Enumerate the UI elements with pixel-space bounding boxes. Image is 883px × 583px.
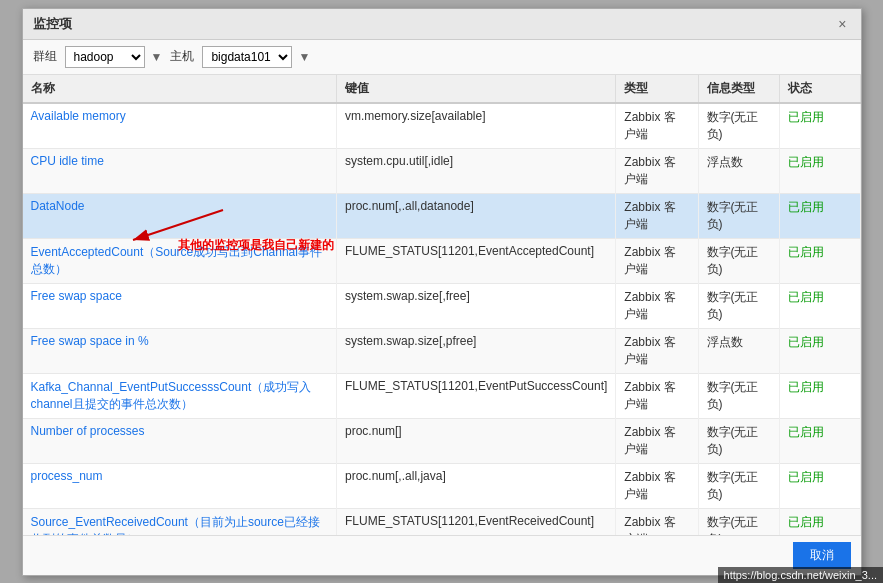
table-row[interactable]: DataNodeproc.num[,.all,datanode]Zabbix 客… [23, 193, 861, 238]
modal-header: 监控项 × [23, 9, 861, 40]
cell-status: 已启用 [779, 418, 860, 463]
cell-name: Free swap space in % [23, 328, 337, 373]
cell-status: 已启用 [779, 328, 860, 373]
cell-type: Zabbix 客户端 [616, 238, 698, 283]
item-name-link[interactable]: DataNode [31, 199, 85, 213]
cell-key: proc.num[,.all,java] [337, 463, 616, 508]
table-row[interactable]: Kafka_Channal_EventPutSuccesssCount（成功写入… [23, 373, 861, 418]
cell-key: system.swap.size[,free] [337, 283, 616, 328]
cell-name: Free swap space [23, 283, 337, 328]
group-select[interactable]: hadoop [65, 46, 145, 68]
cell-name: process_num [23, 463, 337, 508]
item-name-link[interactable]: Free swap space [31, 289, 122, 303]
host-select-arrow: ▼ [298, 50, 310, 64]
item-name-link[interactable]: Free swap space in % [31, 334, 149, 348]
cell-status: 已启用 [779, 463, 860, 508]
cell-type: Zabbix 客户端 [616, 508, 698, 535]
modal-toolbar: 群组 hadoop ▼ 主机 bigdata101 ▼ [23, 40, 861, 75]
cell-info-type: 数字(无正负) [698, 463, 779, 508]
table-row[interactable]: CPU idle timesystem.cpu.util[,idle]Zabbi… [23, 148, 861, 193]
cell-type: Zabbix 客户端 [616, 148, 698, 193]
cell-type: Zabbix 客户端 [616, 103, 698, 149]
table-row[interactable]: process_numproc.num[,.all,java]Zabbix 客户… [23, 463, 861, 508]
cell-type: Zabbix 客户端 [616, 418, 698, 463]
col-key: 键值 [337, 75, 616, 103]
cell-status: 已启用 [779, 148, 860, 193]
host-select[interactable]: bigdata101 [202, 46, 292, 68]
url-bar: https://blog.csdn.net/weixin_3... [718, 567, 883, 583]
cell-key: proc.num[] [337, 418, 616, 463]
cell-name: DataNode [23, 193, 337, 238]
cell-key: proc.num[,.all,datanode] [337, 193, 616, 238]
annotation-text: 其他的监控项是我自己新建的 [178, 237, 334, 254]
cell-info-type: 数字(无正负) [698, 193, 779, 238]
cell-info-type: 数字(无正负) [698, 283, 779, 328]
item-name-link[interactable]: Available memory [31, 109, 126, 123]
cell-key: system.swap.size[,pfree] [337, 328, 616, 373]
col-name: 名称 [23, 75, 337, 103]
table-row[interactable]: EventAcceptedCount（Source成功写出到Channal事件总… [23, 238, 861, 283]
item-name-link[interactable]: Source_EventReceivedCount（目前为止source已经接收… [31, 515, 320, 535]
cell-type: Zabbix 客户端 [616, 373, 698, 418]
cell-info-type: 数字(无正负) [698, 373, 779, 418]
cell-status: 已启用 [779, 283, 860, 328]
table-body: Available memoryvm.memory.size[available… [23, 103, 861, 535]
cell-key: system.cpu.util[,idle] [337, 148, 616, 193]
table-row[interactable]: Free swap spacesystem.swap.size[,free]Za… [23, 283, 861, 328]
cell-key: FLUME_STATUS[11201,EventReceivedCount] [337, 508, 616, 535]
cell-type: Zabbix 客户端 [616, 283, 698, 328]
cell-info-type: 数字(无正负) [698, 508, 779, 535]
col-type: 类型 [616, 75, 698, 103]
table-row[interactable]: Source_EventReceivedCount（目前为止source已经接收… [23, 508, 861, 535]
cell-info-type: 数字(无正负) [698, 238, 779, 283]
modal-overlay: 监控项 × 群组 hadoop ▼ 主机 bigdata101 ▼ 名称 键值 [0, 0, 883, 583]
cell-status: 已启用 [779, 103, 860, 149]
cell-status: 已启用 [779, 238, 860, 283]
item-name-link[interactable]: process_num [31, 469, 103, 483]
modal-title: 监控项 [33, 15, 72, 33]
cell-type: Zabbix 客户端 [616, 463, 698, 508]
modal: 监控项 × 群组 hadoop ▼ 主机 bigdata101 ▼ 名称 键值 [22, 8, 862, 576]
col-status: 状态 [779, 75, 860, 103]
cell-info-type: 数字(无正负) [698, 418, 779, 463]
cell-name: Source_EventReceivedCount（目前为止source已经接收… [23, 508, 337, 535]
item-name-link[interactable]: CPU idle time [31, 154, 104, 168]
item-name-link[interactable]: Number of processes [31, 424, 145, 438]
table-header-row: 名称 键值 类型 信息类型 状态 [23, 75, 861, 103]
cell-key: FLUME_STATUS[11201,EventPutSuccessCount] [337, 373, 616, 418]
cell-status: 已启用 [779, 193, 860, 238]
cell-name: Available memory [23, 103, 337, 149]
cell-type: Zabbix 客户端 [616, 328, 698, 373]
cell-status: 已启用 [779, 508, 860, 535]
cell-info-type: 数字(无正负) [698, 103, 779, 149]
table-row[interactable]: Free swap space in %system.swap.size[,pf… [23, 328, 861, 373]
cell-status: 已启用 [779, 373, 860, 418]
cell-info-type: 浮点数 [698, 148, 779, 193]
ok-button[interactable]: 取消 [793, 542, 851, 569]
table-row[interactable]: Available memoryvm.memory.size[available… [23, 103, 861, 149]
table-row[interactable]: Number of processesproc.num[]Zabbix 客户端数… [23, 418, 861, 463]
col-info-type: 信息类型 [698, 75, 779, 103]
cell-key: vm.memory.size[available] [337, 103, 616, 149]
cell-name: Number of processes [23, 418, 337, 463]
cell-info-type: 浮点数 [698, 328, 779, 373]
cell-name: CPU idle time [23, 148, 337, 193]
modal-close-button[interactable]: × [834, 16, 850, 32]
host-label: 主机 [170, 48, 194, 65]
cell-type: Zabbix 客户端 [616, 193, 698, 238]
group-label: 群组 [33, 48, 57, 65]
cell-name: Kafka_Channal_EventPutSuccesssCount（成功写入… [23, 373, 337, 418]
cell-key: FLUME_STATUS[11201,EventAcceptedCount] [337, 238, 616, 283]
item-name-link[interactable]: Kafka_Channal_EventPutSuccesssCount（成功写入… [31, 380, 312, 411]
items-table: 名称 键值 类型 信息类型 状态 Available memoryvm.memo… [23, 75, 861, 535]
table-container: 名称 键值 类型 信息类型 状态 Available memoryvm.memo… [23, 75, 861, 535]
group-select-arrow: ▼ [151, 50, 163, 64]
